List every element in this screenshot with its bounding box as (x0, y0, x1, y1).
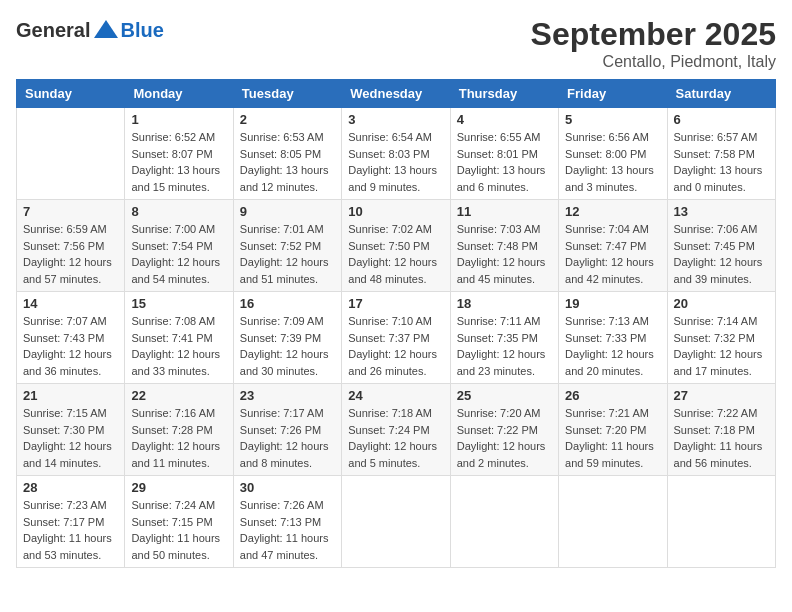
day-number: 12 (565, 204, 660, 219)
calendar-body: 1Sunrise: 6:52 AM Sunset: 8:07 PM Daylig… (17, 108, 776, 568)
day-number: 20 (674, 296, 769, 311)
week-row-2: 7Sunrise: 6:59 AM Sunset: 7:56 PM Daylig… (17, 200, 776, 292)
day-number: 16 (240, 296, 335, 311)
calendar-cell (342, 476, 450, 568)
day-info: Sunrise: 7:06 AM Sunset: 7:45 PM Dayligh… (674, 221, 769, 287)
day-info: Sunrise: 7:18 AM Sunset: 7:24 PM Dayligh… (348, 405, 443, 471)
logo-blue-text: Blue (120, 19, 163, 42)
calendar-cell: 6Sunrise: 6:57 AM Sunset: 7:58 PM Daylig… (667, 108, 775, 200)
day-info: Sunrise: 6:52 AM Sunset: 8:07 PM Dayligh… (131, 129, 226, 195)
logo: General Blue (16, 16, 164, 44)
calendar-cell: 1Sunrise: 6:52 AM Sunset: 8:07 PM Daylig… (125, 108, 233, 200)
day-number: 3 (348, 112, 443, 127)
logo-general-text: General (16, 19, 90, 42)
column-header-monday: Monday (125, 80, 233, 108)
calendar-cell: 12Sunrise: 7:04 AM Sunset: 7:47 PM Dayli… (559, 200, 667, 292)
day-info: Sunrise: 7:10 AM Sunset: 7:37 PM Dayligh… (348, 313, 443, 379)
page-header: General Blue September 2025 Centallo, Pi… (16, 16, 776, 71)
calendar-cell: 16Sunrise: 7:09 AM Sunset: 7:39 PM Dayli… (233, 292, 341, 384)
calendar-cell: 18Sunrise: 7:11 AM Sunset: 7:35 PM Dayli… (450, 292, 558, 384)
day-info: Sunrise: 7:14 AM Sunset: 7:32 PM Dayligh… (674, 313, 769, 379)
calendar-cell: 21Sunrise: 7:15 AM Sunset: 7:30 PM Dayli… (17, 384, 125, 476)
calendar-cell: 23Sunrise: 7:17 AM Sunset: 7:26 PM Dayli… (233, 384, 341, 476)
calendar-cell: 19Sunrise: 7:13 AM Sunset: 7:33 PM Dayli… (559, 292, 667, 384)
calendar-cell: 22Sunrise: 7:16 AM Sunset: 7:28 PM Dayli… (125, 384, 233, 476)
day-number: 1 (131, 112, 226, 127)
calendar-cell: 13Sunrise: 7:06 AM Sunset: 7:45 PM Dayli… (667, 200, 775, 292)
day-info: Sunrise: 7:17 AM Sunset: 7:26 PM Dayligh… (240, 405, 335, 471)
day-number: 15 (131, 296, 226, 311)
day-number: 10 (348, 204, 443, 219)
calendar-cell: 30Sunrise: 7:26 AM Sunset: 7:13 PM Dayli… (233, 476, 341, 568)
day-number: 9 (240, 204, 335, 219)
day-info: Sunrise: 7:09 AM Sunset: 7:39 PM Dayligh… (240, 313, 335, 379)
header-row: SundayMondayTuesdayWednesdayThursdayFrid… (17, 80, 776, 108)
calendar-cell (667, 476, 775, 568)
title-block: September 2025 Centallo, Piedmont, Italy (531, 16, 776, 71)
calendar-cell: 26Sunrise: 7:21 AM Sunset: 7:20 PM Dayli… (559, 384, 667, 476)
svg-marker-0 (94, 20, 118, 38)
day-number: 27 (674, 388, 769, 403)
day-info: Sunrise: 7:21 AM Sunset: 7:20 PM Dayligh… (565, 405, 660, 471)
day-info: Sunrise: 7:02 AM Sunset: 7:50 PM Dayligh… (348, 221, 443, 287)
day-info: Sunrise: 7:16 AM Sunset: 7:28 PM Dayligh… (131, 405, 226, 471)
day-number: 7 (23, 204, 118, 219)
day-info: Sunrise: 7:13 AM Sunset: 7:33 PM Dayligh… (565, 313, 660, 379)
column-header-friday: Friday (559, 80, 667, 108)
calendar-cell: 15Sunrise: 7:08 AM Sunset: 7:41 PM Dayli… (125, 292, 233, 384)
day-number: 25 (457, 388, 552, 403)
column-header-thursday: Thursday (450, 80, 558, 108)
week-row-1: 1Sunrise: 6:52 AM Sunset: 8:07 PM Daylig… (17, 108, 776, 200)
day-number: 22 (131, 388, 226, 403)
day-info: Sunrise: 7:08 AM Sunset: 7:41 PM Dayligh… (131, 313, 226, 379)
week-row-4: 21Sunrise: 7:15 AM Sunset: 7:30 PM Dayli… (17, 384, 776, 476)
day-number: 5 (565, 112, 660, 127)
calendar-cell: 3Sunrise: 6:54 AM Sunset: 8:03 PM Daylig… (342, 108, 450, 200)
calendar-cell: 28Sunrise: 7:23 AM Sunset: 7:17 PM Dayli… (17, 476, 125, 568)
calendar-cell: 7Sunrise: 6:59 AM Sunset: 7:56 PM Daylig… (17, 200, 125, 292)
day-info: Sunrise: 6:55 AM Sunset: 8:01 PM Dayligh… (457, 129, 552, 195)
day-number: 17 (348, 296, 443, 311)
calendar-cell: 9Sunrise: 7:01 AM Sunset: 7:52 PM Daylig… (233, 200, 341, 292)
calendar-cell: 2Sunrise: 6:53 AM Sunset: 8:05 PM Daylig… (233, 108, 341, 200)
day-number: 19 (565, 296, 660, 311)
day-number: 26 (565, 388, 660, 403)
day-info: Sunrise: 7:26 AM Sunset: 7:13 PM Dayligh… (240, 497, 335, 563)
day-number: 23 (240, 388, 335, 403)
calendar-cell: 20Sunrise: 7:14 AM Sunset: 7:32 PM Dayli… (667, 292, 775, 384)
calendar-cell (17, 108, 125, 200)
calendar-cell: 10Sunrise: 7:02 AM Sunset: 7:50 PM Dayli… (342, 200, 450, 292)
day-info: Sunrise: 6:56 AM Sunset: 8:00 PM Dayligh… (565, 129, 660, 195)
day-info: Sunrise: 7:07 AM Sunset: 7:43 PM Dayligh… (23, 313, 118, 379)
day-number: 4 (457, 112, 552, 127)
day-number: 24 (348, 388, 443, 403)
day-info: Sunrise: 7:00 AM Sunset: 7:54 PM Dayligh… (131, 221, 226, 287)
calendar-table: SundayMondayTuesdayWednesdayThursdayFrid… (16, 79, 776, 568)
day-info: Sunrise: 7:24 AM Sunset: 7:15 PM Dayligh… (131, 497, 226, 563)
calendar-cell: 5Sunrise: 6:56 AM Sunset: 8:00 PM Daylig… (559, 108, 667, 200)
day-info: Sunrise: 7:23 AM Sunset: 7:17 PM Dayligh… (23, 497, 118, 563)
day-number: 11 (457, 204, 552, 219)
day-number: 6 (674, 112, 769, 127)
day-number: 18 (457, 296, 552, 311)
calendar-cell: 11Sunrise: 7:03 AM Sunset: 7:48 PM Dayli… (450, 200, 558, 292)
day-number: 21 (23, 388, 118, 403)
location: Centallo, Piedmont, Italy (531, 53, 776, 71)
column-header-saturday: Saturday (667, 80, 775, 108)
day-number: 8 (131, 204, 226, 219)
calendar-cell (559, 476, 667, 568)
day-number: 14 (23, 296, 118, 311)
day-info: Sunrise: 7:04 AM Sunset: 7:47 PM Dayligh… (565, 221, 660, 287)
calendar-header: SundayMondayTuesdayWednesdayThursdayFrid… (17, 80, 776, 108)
calendar-cell: 4Sunrise: 6:55 AM Sunset: 8:01 PM Daylig… (450, 108, 558, 200)
week-row-3: 14Sunrise: 7:07 AM Sunset: 7:43 PM Dayli… (17, 292, 776, 384)
day-info: Sunrise: 6:57 AM Sunset: 7:58 PM Dayligh… (674, 129, 769, 195)
day-number: 2 (240, 112, 335, 127)
column-header-sunday: Sunday (17, 80, 125, 108)
day-info: Sunrise: 7:11 AM Sunset: 7:35 PM Dayligh… (457, 313, 552, 379)
day-number: 28 (23, 480, 118, 495)
day-info: Sunrise: 6:54 AM Sunset: 8:03 PM Dayligh… (348, 129, 443, 195)
column-header-wednesday: Wednesday (342, 80, 450, 108)
logo-icon (92, 16, 120, 44)
day-info: Sunrise: 7:20 AM Sunset: 7:22 PM Dayligh… (457, 405, 552, 471)
